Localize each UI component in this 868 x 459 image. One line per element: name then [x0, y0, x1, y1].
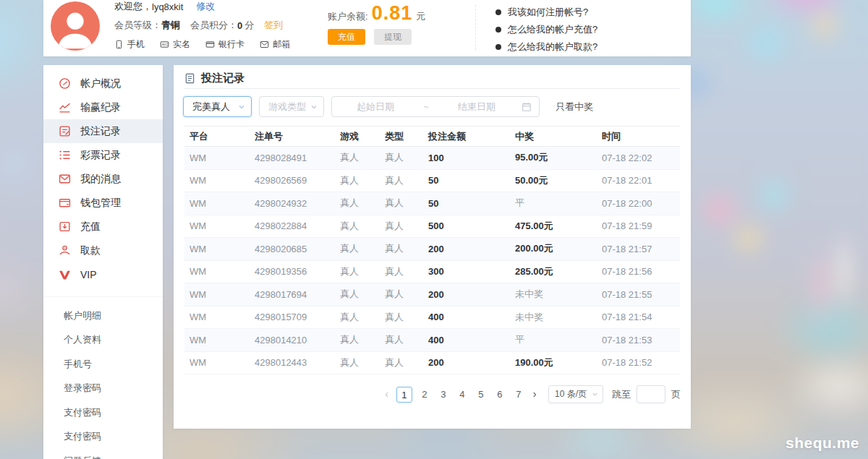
- check-in-link[interactable]: 签到: [264, 19, 283, 32]
- page-number[interactable]: 5: [475, 387, 488, 403]
- sidebar-item-bet-record[interactable]: 投注记录: [43, 119, 163, 143]
- sidebar-item-message[interactable]: 我的消息: [43, 167, 163, 191]
- table-row[interactable]: WM4298017694真人真人200未中奖07-18 21:55: [184, 283, 680, 306]
- cell-time: 07-18 21:52: [602, 357, 680, 368]
- sidebar-sub-item[interactable]: 个人资料: [43, 328, 163, 353]
- vip-icon: [59, 268, 71, 280]
- verify-item-label: 实名: [173, 38, 190, 51]
- page-number[interactable]: 2: [418, 387, 431, 403]
- sidebar-sub-item[interactable]: 帐户明细: [43, 304, 163, 328]
- bank-card-icon: [205, 40, 215, 49]
- message-icon: [59, 173, 71, 185]
- edit-username-link[interactable]: 修改: [196, 0, 215, 13]
- column-header: 游戏: [340, 130, 385, 143]
- page-number[interactable]: 6: [493, 387, 506, 403]
- cell-time: 07-18 21:55: [602, 289, 680, 300]
- table-row[interactable]: WM4298015709真人真人400未中奖07-18 21:54: [184, 306, 680, 330]
- win-only-toggle[interactable]: 只看中奖: [556, 100, 593, 113]
- chevron-down-icon: [237, 103, 246, 111]
- cell-time: 07-18 21:59: [602, 220, 680, 231]
- deposit-button[interactable]: 充值: [328, 29, 365, 45]
- page-number[interactable]: 4: [456, 387, 469, 403]
- cell-type: 真人: [385, 220, 428, 233]
- verify-item-bank-card[interactable]: 银行卡: [205, 38, 244, 51]
- next-page-button[interactable]: [528, 389, 541, 400]
- table-row[interactable]: WM4298019356真人真人300285.00元07-18 21:56: [184, 261, 680, 284]
- verify-items-row: 手机实名银行卡邮箱: [114, 38, 290, 51]
- sidebar-sub-item[interactable]: 支付密码: [43, 400, 163, 425]
- bullet-icon: [495, 27, 501, 33]
- cell-bet_no: 4298020685: [255, 244, 340, 254]
- cell-amount: 200: [428, 357, 515, 368]
- faq-item[interactable]: 怎么给我的帐户充值?: [495, 21, 597, 38]
- page-size-select[interactable]: 10 条/页: [548, 385, 603, 403]
- sidebar-item-winloss-chart[interactable]: 输赢纪录: [43, 95, 163, 119]
- verify-item-label: 手机: [127, 38, 145, 51]
- start-date-input[interactable]: 起始日期: [332, 100, 419, 113]
- cell-win: 平: [515, 197, 602, 210]
- sidebar-item-label: 取款: [80, 244, 101, 257]
- sidebar-sub-item[interactable]: 登录密码: [43, 377, 163, 401]
- platform-select[interactable]: 完美真人: [183, 96, 252, 117]
- date-range-separator: ~: [419, 101, 433, 112]
- faq-item[interactable]: 我该如何注册帐号?: [495, 4, 597, 21]
- bullet-icon: [495, 44, 501, 50]
- sidebar-item-label: 输赢纪录: [80, 101, 121, 114]
- cell-amount: 500: [428, 220, 515, 231]
- verify-item-mail[interactable]: 邮箱: [260, 38, 290, 51]
- balance-value: 0.81: [372, 4, 413, 22]
- withdraw-icon: [59, 244, 71, 257]
- sidebar-sub-item[interactable]: 手机号: [43, 352, 163, 377]
- jump-to-page-input[interactable]: [637, 385, 665, 403]
- username: lyq8xkit: [152, 1, 183, 12]
- previous-page-button[interactable]: [380, 389, 393, 400]
- sidebar-sub-item[interactable]: 问题反馈: [43, 449, 163, 459]
- sidebar-item-lottery-record[interactable]: 彩票记录: [43, 143, 163, 167]
- game-type-select[interactable]: 游戏类型: [259, 96, 324, 117]
- table-row[interactable]: WM4298024932真人真人50平07-18 22:00: [184, 192, 680, 215]
- sidebar-item-withdraw[interactable]: 取款: [43, 239, 163, 262]
- verify-item-id-card[interactable]: 实名: [160, 38, 190, 51]
- sidebar-item-label: 彩票记录: [80, 149, 121, 162]
- cell-amount: 50: [428, 198, 515, 209]
- watermark: shequ.me: [786, 434, 859, 452]
- date-range-picker[interactable]: 起始日期 ~ 结束日期: [331, 96, 540, 117]
- column-header: 时间: [602, 130, 680, 143]
- cell-time: 07-18 21:56: [602, 266, 680, 277]
- sidebar-item-wallet[interactable]: 钱包管理: [43, 191, 163, 215]
- cell-time: 07-18 22:01: [602, 175, 680, 186]
- cell-game: 真人: [340, 220, 385, 233]
- avatar[interactable]: [51, 1, 100, 51]
- sidebar-sub-item[interactable]: 支付密码: [43, 425, 163, 450]
- cell-amount: 200: [428, 289, 515, 300]
- page-number-current[interactable]: 1: [396, 387, 412, 403]
- cell-bet_no: 4298015709: [255, 312, 340, 322]
- table-row[interactable]: WM4298012443真人真人200190.00元07-18 21:52: [184, 352, 680, 375]
- table-row[interactable]: WM4298020685真人真人200200.00元07-18 21:57: [184, 238, 680, 261]
- cell-bet_no: 4298012443: [255, 357, 340, 368]
- table-row[interactable]: WM4298014210真人真人400平07-18 21:53: [184, 329, 680, 352]
- cell-type: 真人: [385, 288, 428, 301]
- faq-item[interactable]: 怎么给我的帐户取款?: [495, 38, 597, 56]
- table-row[interactable]: WM4298022884真人真人500475.00元07-18 21:59: [184, 215, 680, 239]
- page-number[interactable]: 3: [437, 387, 450, 403]
- sidebar-item-deposit[interactable]: 充值: [43, 215, 163, 239]
- sidebar-item-account-overview[interactable]: 帐户概况: [43, 72, 163, 95]
- cell-amount: 100: [428, 153, 515, 163]
- verify-item-phone[interactable]: 手机: [114, 38, 145, 51]
- cell-type: 真人: [385, 151, 428, 164]
- cell-time: 07-18 22:00: [602, 198, 680, 209]
- table-row[interactable]: WM4298026569真人真人5050.00元07-18 22:01: [184, 170, 680, 193]
- page-number[interactable]: 7: [512, 387, 525, 403]
- end-date-input[interactable]: 结束日期: [433, 100, 520, 113]
- cell-win: 未中奖: [515, 311, 602, 324]
- page-title: 投注记录: [201, 72, 244, 85]
- table-row[interactable]: WM4298028491真人真人10095.00元07-18 22:02: [184, 147, 680, 170]
- sidebar-item-vip[interactable]: VIP: [43, 262, 163, 286]
- cell-game: 真人: [340, 265, 385, 278]
- header-divider: [475, 5, 476, 50]
- sidebar-item-label: VIP: [80, 269, 97, 280]
- document-icon: [184, 73, 195, 84]
- withdraw-button[interactable]: 提现: [374, 29, 412, 45]
- table-body: WM4298028491真人真人10095.00元07-18 22:02WM42…: [184, 147, 680, 374]
